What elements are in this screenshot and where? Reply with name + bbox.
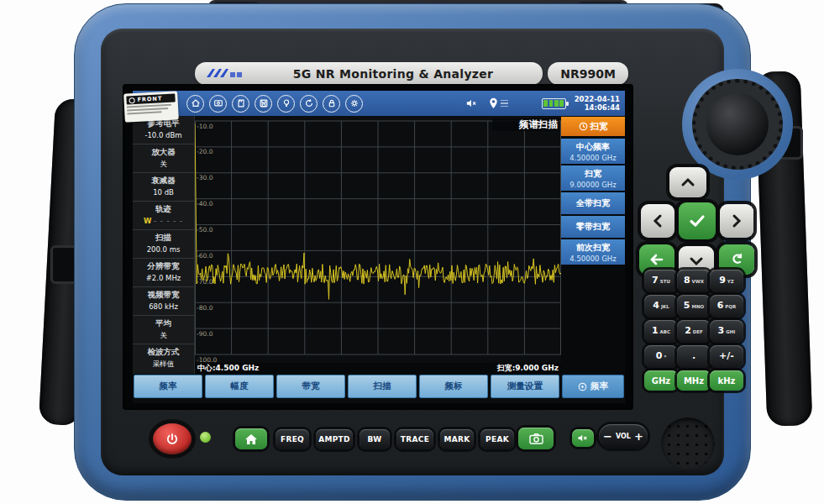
param-amplifier[interactable]: 放大器 关 (133, 144, 194, 173)
sd-card-icon[interactable] (232, 95, 249, 113)
battery-icon (542, 98, 566, 109)
mute-icon[interactable] (465, 98, 477, 108)
nav-ok-key[interactable] (679, 202, 716, 239)
menu-bandwidth[interactable]: 带宽 (276, 375, 345, 398)
screen-icon[interactable] (209, 95, 227, 113)
param-vbw[interactable]: 视频带宽 680 kHz (133, 287, 194, 316)
param-average[interactable]: 平均 关 (133, 316, 194, 344)
amptd-button[interactable]: AMPTD (316, 429, 353, 449)
power-led (200, 432, 211, 443)
bulb-icon[interactable] (277, 95, 295, 113)
key-2[interactable]: 2DEF (677, 320, 711, 343)
svg-text:-60.0: -60.0 (197, 252, 213, 260)
bw-button[interactable]: BW (360, 429, 390, 449)
softkey-center-frequency[interactable]: 中心频率 4.50000 GHz (561, 139, 625, 164)
param-detector[interactable]: 检波方式 采样值 (133, 344, 194, 373)
softkey-zero-span[interactable]: 零带扫宽 (561, 216, 625, 238)
softkey-span[interactable]: 扫宽 9.00000 GHz (561, 165, 625, 191)
key-9[interactable]: 9YZ (710, 270, 743, 292)
svg-text:-40.0: -40.0 (197, 200, 213, 207)
chevron-right-icon (732, 213, 742, 228)
chevron-left-icon (653, 213, 663, 228)
spectrum-chart: -10.0-20.0-30.0-40.0-50.0-60.0-70.0-80.0… (195, 116, 561, 363)
param-sweep-time[interactable]: 扫描 200.0 ms (133, 230, 194, 259)
chevron-up-icon (680, 177, 695, 187)
volume-rocker[interactable]: − VOL + (599, 424, 648, 449)
menu-frequency-shortcut[interactable]: 频率 (562, 375, 624, 398)
gps-pin-icon[interactable] (489, 97, 498, 109)
camera-button[interactable] (518, 428, 554, 449)
key-6[interactable]: 6PQR (710, 295, 743, 318)
svg-text:-10.0: -10.0 (197, 123, 213, 130)
softkey-last-span[interactable]: 前次扫宽 4.50000 GHz (561, 239, 625, 265)
spectrum-trace-svg: -10.0-20.0-30.0-40.0-50.0-60.0-70.0-80.0… (195, 116, 561, 363)
brand-plate: 5G NR Monitoring & Analyzer (195, 62, 543, 85)
svg-text:-20.0: -20.0 (197, 148, 213, 155)
freq-shortcut-icon (578, 382, 587, 391)
model-plate: NR990M (548, 62, 628, 85)
mark-button[interactable]: MARK (440, 429, 474, 449)
nav-up-key[interactable] (669, 167, 706, 197)
home-icon (244, 433, 258, 445)
device-title: 5G NR Monitoring & Analyzer (244, 67, 543, 81)
lock-icon[interactable] (323, 95, 340, 113)
arrow-left-icon (649, 254, 664, 265)
refresh-icon[interactable] (300, 95, 318, 113)
key-0[interactable]: 0* (644, 345, 678, 368)
device-photo: 5G NR Monitoring & Analyzer NR990M (0, 0, 824, 504)
key-7[interactable]: 7STU (644, 270, 678, 292)
key-5[interactable]: 5MNO (677, 295, 711, 318)
camera-icon (529, 433, 543, 444)
nav-right-key[interactable] (720, 204, 753, 238)
svg-text:-50.0: -50.0 (197, 226, 213, 234)
param-rbw[interactable]: 分辨带宽 #2.0 MHz (133, 259, 194, 287)
protective-sticker: FRONT (123, 91, 179, 122)
menu-frequency[interactable]: 频率 (134, 375, 202, 398)
param-trace[interactable]: 轨迹 W - - - - - (133, 202, 194, 230)
speaker-grille (661, 417, 715, 470)
gps-coords-placeholder (501, 100, 508, 108)
save-icon[interactable] (255, 95, 272, 113)
menu-meas-setup[interactable]: 测量设置 (491, 375, 559, 398)
key-8[interactable]: 8VWX (677, 270, 711, 292)
mute-button[interactable] (572, 429, 594, 447)
volume-up[interactable]: + (634, 431, 643, 442)
volume-down[interactable]: − (603, 431, 612, 442)
peak-button[interactable]: PEAK (480, 429, 514, 449)
svg-text:-100.0: -100.0 (197, 356, 217, 364)
chevron-down-icon (689, 256, 704, 266)
svg-text:-90.0: -90.0 (197, 330, 213, 338)
key-dot[interactable]: . (677, 345, 711, 368)
key-1[interactable]: 1ABC (644, 320, 678, 343)
svg-text:-80.0: -80.0 (197, 304, 213, 312)
home-icon[interactable] (186, 95, 204, 113)
brand-logo (205, 67, 244, 81)
datetime-display: 2022-04-1114:06:44 (575, 95, 620, 112)
gear-icon[interactable] (345, 95, 363, 113)
key-khz[interactable]: kHz (710, 370, 743, 391)
menu-sweep[interactable]: 扫描 (348, 375, 417, 398)
chart-footer: 中心:4.500 GHz 扫宽:9.000 GHz (195, 363, 561, 374)
key-3[interactable]: 3GHI (710, 320, 743, 343)
nav-left-key[interactable] (641, 204, 674, 238)
softkey-full-span[interactable]: 全带扫宽 (561, 192, 625, 214)
key-4[interactable]: 4JKL (644, 295, 678, 318)
bottom-menu: 频率 幅度 带宽 扫描 频标 测量设置 频率 (133, 374, 625, 403)
return-arrow-icon (730, 254, 743, 265)
freq-button[interactable]: FREQ (276, 429, 309, 449)
key-plus-minus[interactable]: +/- (710, 345, 743, 368)
softkey-span-active[interactable]: 扫宽 (561, 117, 625, 136)
home-button[interactable] (235, 428, 267, 449)
menu-amplitude[interactable]: 幅度 (205, 375, 274, 398)
menu-marker[interactable]: 频标 (419, 375, 488, 398)
power-button[interactable] (153, 423, 192, 454)
rotary-knob[interactable] (706, 93, 769, 155)
key-mhz[interactable]: MHz (677, 370, 711, 391)
param-attenuator[interactable]: 衰减器 10 dB (133, 173, 194, 202)
key-ghz[interactable]: GHz (644, 370, 678, 391)
speaker-mute-icon (577, 433, 589, 443)
sweep-icon (579, 122, 588, 131)
power-icon (165, 433, 179, 446)
trace-button[interactable]: TRACE (396, 429, 433, 449)
status-bar: 2022-04-1114:06:44 (133, 91, 625, 116)
